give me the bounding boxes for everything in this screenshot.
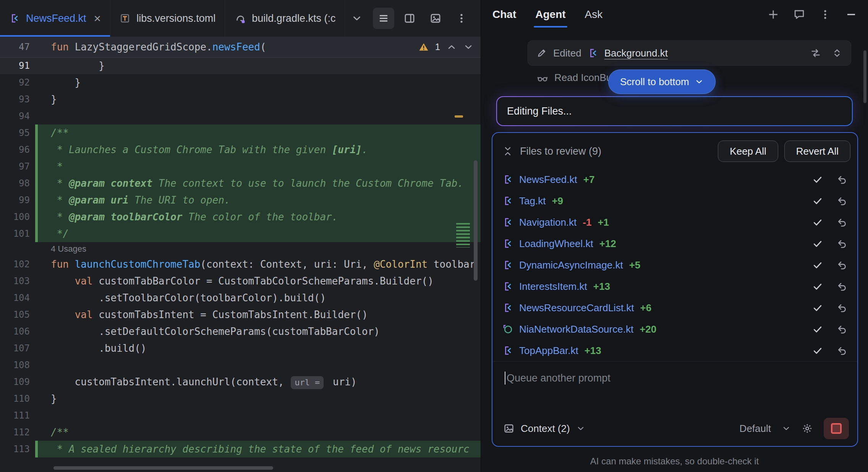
diff-added-count: +1 bbox=[598, 217, 609, 228]
accept-file-button[interactable] bbox=[812, 238, 823, 249]
file-review-row: Navigation.kt-1+1 bbox=[502, 212, 850, 233]
prompt-input[interactable]: Queue another prompt bbox=[492, 362, 857, 385]
line-number[interactable]: 99 bbox=[0, 192, 35, 209]
kotlin-file-icon bbox=[502, 238, 513, 249]
tab-chat[interactable]: Chat bbox=[492, 2, 517, 27]
revert-file-button[interactable] bbox=[837, 324, 847, 335]
added-change-bar bbox=[35, 175, 38, 192]
line-number[interactable]: 108 bbox=[0, 357, 35, 373]
tab-libs-versions-toml[interactable]: libs.versions.toml bbox=[110, 0, 225, 37]
file-link[interactable]: NewsFeed.kt bbox=[519, 174, 577, 186]
context-selector[interactable]: Context (2) bbox=[521, 423, 570, 435]
warning-icon[interactable] bbox=[418, 42, 429, 52]
tab-title: build.gradle.kts (:c bbox=[252, 13, 335, 24]
edited-file-link[interactable]: Background.kt bbox=[604, 47, 668, 59]
collapse-icon[interactable] bbox=[502, 146, 513, 157]
new-chat-icon[interactable] bbox=[767, 8, 779, 21]
preview-image-icon[interactable] bbox=[425, 8, 446, 29]
line-number[interactable]: 100 bbox=[0, 209, 35, 225]
settings-gear-icon[interactable] bbox=[802, 423, 813, 434]
usages-hint[interactable]: 4 Usages bbox=[0, 242, 481, 256]
chat-scrollbar[interactable] bbox=[863, 50, 866, 103]
file-review-row: TopAppBar.kt+13 bbox=[502, 340, 850, 361]
file-link[interactable]: Tag.kt bbox=[519, 195, 546, 207]
previous-problem-icon[interactable] bbox=[446, 42, 457, 52]
accept-file-button[interactable] bbox=[812, 281, 823, 292]
file-link[interactable]: DynamicAsyncImage.kt bbox=[519, 259, 623, 271]
line-number[interactable]: 110 bbox=[0, 390, 35, 407]
revert-file-button[interactable] bbox=[837, 238, 847, 249]
file-link[interactable]: InterestsItem.kt bbox=[519, 281, 587, 293]
code-text: .build() bbox=[38, 340, 146, 357]
file-link[interactable]: NiaNetworkDataSource.kt bbox=[519, 323, 633, 335]
file-link[interactable]: LoadingWheel.kt bbox=[519, 238, 593, 250]
editor-horizontal-scrollbar[interactable] bbox=[53, 466, 273, 470]
revert-all-button[interactable]: Revert All bbox=[784, 141, 850, 162]
split-editor-icon[interactable] bbox=[399, 8, 420, 29]
keep-all-button[interactable]: Keep All bbox=[718, 141, 778, 162]
line-number[interactable]: 103 bbox=[0, 273, 35, 289]
next-problem-icon[interactable] bbox=[463, 42, 474, 52]
revert-file-button[interactable] bbox=[837, 196, 847, 206]
open-diff-icon[interactable] bbox=[810, 48, 821, 58]
accept-file-button[interactable] bbox=[812, 196, 823, 206]
file-link[interactable]: NewsResourceCardList.kt bbox=[519, 302, 634, 314]
line-number[interactable]: 95 bbox=[0, 124, 35, 141]
accept-file-button[interactable] bbox=[812, 302, 823, 313]
stop-button[interactable] bbox=[824, 418, 849, 439]
revert-file-button[interactable] bbox=[837, 302, 847, 313]
revert-file-button[interactable] bbox=[837, 345, 847, 356]
accept-file-button[interactable] bbox=[812, 260, 823, 270]
line-number[interactable]: 96 bbox=[0, 141, 35, 158]
accept-file-button[interactable] bbox=[812, 324, 823, 335]
code-editor[interactable]: 91 }92 }93}9495/**96 * Launches a Custom… bbox=[0, 57, 481, 472]
file-link[interactable]: TopAppBar.kt bbox=[519, 345, 578, 357]
line-number[interactable]: 94 bbox=[0, 108, 35, 124]
line-number[interactable]: 104 bbox=[0, 289, 35, 306]
hidden-tabs-chevron[interactable] bbox=[345, 0, 369, 37]
revert-file-button[interactable] bbox=[837, 281, 847, 292]
code-line: 110} bbox=[0, 390, 481, 407]
more-options-icon[interactable] bbox=[451, 8, 472, 29]
list-view-icon[interactable] bbox=[373, 8, 394, 29]
attach-image-icon[interactable] bbox=[503, 423, 515, 434]
tab-build-gradle-kts[interactable]: build.gradle.kts (:c bbox=[225, 0, 345, 37]
line-number[interactable]: 93 bbox=[0, 91, 35, 108]
edited-file-card[interactable]: Edited Background.kt bbox=[528, 40, 851, 66]
revert-file-button[interactable] bbox=[837, 217, 847, 228]
line-number[interactable]: 91 bbox=[0, 57, 35, 74]
tab-ask[interactable]: Ask bbox=[584, 2, 604, 27]
line-number[interactable]: 98 bbox=[0, 175, 35, 192]
accept-file-button[interactable] bbox=[812, 217, 823, 228]
close-tab-icon[interactable]: × bbox=[94, 12, 101, 24]
minimize-panel-icon[interactable] bbox=[845, 8, 857, 21]
accept-file-button[interactable] bbox=[812, 345, 823, 356]
line-number[interactable]: 105 bbox=[0, 306, 35, 323]
line-number[interactable]: 113 bbox=[0, 441, 35, 457]
line-number[interactable]: 97 bbox=[0, 158, 35, 175]
tab-agent[interactable]: Agent bbox=[534, 2, 566, 27]
chat-history-icon[interactable] bbox=[793, 8, 805, 21]
expand-collapse-icon[interactable] bbox=[832, 48, 842, 58]
line-number[interactable]: 109 bbox=[0, 373, 35, 390]
line-number[interactable]: 112 bbox=[0, 424, 35, 441]
sticky-scope-line[interactable]: 47 fun LazyStaggeredGridScope.newsFeed( … bbox=[0, 37, 481, 58]
model-selector[interactable]: Default bbox=[740, 423, 771, 435]
editor-vertical-scrollbar[interactable] bbox=[474, 160, 478, 281]
scroll-to-bottom-button[interactable]: Scroll to bottom bbox=[608, 70, 716, 94]
line-number[interactable]: 101 bbox=[0, 225, 35, 242]
line-number[interactable]: 106 bbox=[0, 323, 35, 340]
revert-file-button[interactable] bbox=[837, 260, 847, 270]
file-link[interactable]: Navigation.kt bbox=[519, 217, 577, 228]
tab-newsfeed-kt[interactable]: NewsFeed.kt × bbox=[0, 0, 110, 37]
accept-file-button[interactable] bbox=[812, 174, 823, 185]
code-text bbox=[38, 108, 51, 124]
line-number[interactable]: 107 bbox=[0, 340, 35, 357]
code-text: fun launchCustomChromeTab(context: Conte… bbox=[38, 256, 475, 273]
panel-more-icon[interactable] bbox=[819, 8, 831, 21]
line-number[interactable]: 102 bbox=[0, 256, 35, 273]
line-number[interactable]: 111 bbox=[0, 407, 35, 424]
revert-file-button[interactable] bbox=[837, 174, 847, 185]
agent-status-box[interactable]: Editing Files... bbox=[496, 96, 853, 126]
line-number[interactable]: 92 bbox=[0, 74, 35, 91]
